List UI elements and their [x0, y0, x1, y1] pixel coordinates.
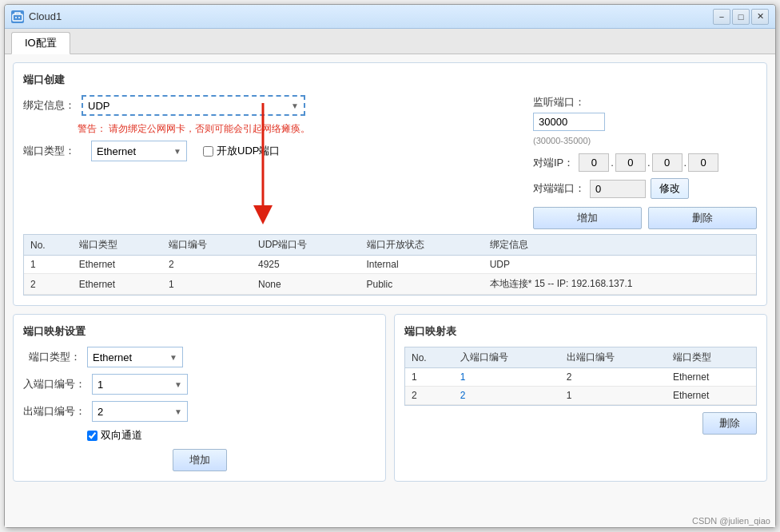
- port-type-row: 端口类型： Ethernet ▼ 开放UDP端口: [23, 141, 517, 161]
- port-type-arrow: ▼: [173, 147, 181, 156]
- svg-rect-0: [13, 14, 22, 21]
- col-port-num: 端口编号: [162, 235, 252, 256]
- svg-point-1: [15, 17, 17, 18]
- port-creation-panel: 端口创建 绑定信息： UDP ▼ 警告： 请勿绑定公网网卡，否则可能会引起网络瘫…: [13, 62, 767, 306]
- ip-part-1[interactable]: [579, 153, 609, 172]
- out-port-label: 出端口编号：: [23, 404, 86, 419]
- map-col-type: 端口类型: [667, 347, 756, 368]
- main-window: Cloud1 − □ ✕ IO配置 端口创建 绑定信息： UDP ▼: [4, 4, 776, 528]
- mapping-add-row: 增加: [23, 449, 376, 471]
- map-cell-out: 1: [560, 387, 667, 405]
- bind-select-arrow: ▼: [291, 101, 299, 110]
- maximize-button[interactable]: □: [732, 9, 750, 25]
- ip-part-3[interactable]: [652, 153, 682, 172]
- mapping-add-button[interactable]: 增加: [173, 449, 227, 471]
- bind-label: 绑定信息：: [23, 98, 75, 113]
- open-udp-checkbox[interactable]: [203, 146, 213, 157]
- port-creation-title: 端口创建: [23, 73, 757, 87]
- in-port-label: 入端口编号：: [23, 377, 86, 391]
- col-udp-port: UDP端口号: [252, 235, 360, 256]
- delete-button[interactable]: 删除: [648, 207, 757, 229]
- map-cell-type: Ethernet: [667, 387, 756, 405]
- minimize-button[interactable]: −: [713, 9, 730, 25]
- port-mapping-table-panel: 端口映射表 No. 入端口编号 出端口编号 端口类型 1: [394, 314, 767, 482]
- cell-bind: 本地连接* 15 -- IP: 192.168.137.1: [484, 274, 756, 295]
- title-controls: − □ ✕: [713, 9, 769, 25]
- col-bind: 绑定信息: [484, 235, 756, 256]
- bind-info-row: 绑定信息： UDP ▼: [23, 95, 517, 116]
- svg-point-2: [18, 17, 20, 18]
- mapping-delete-button[interactable]: 删除: [702, 412, 757, 435]
- title-bar-left: Cloud1: [11, 10, 62, 23]
- listen-port-row: 监听端口：: [533, 95, 757, 109]
- bottom-panels: 端口映射设置 端口类型： Ethernet ▼ 入端口编号： 1 ▼: [13, 314, 767, 482]
- open-udp-label: 开放UDP端口: [217, 144, 280, 158]
- cell-status: Internal: [360, 256, 484, 274]
- mapping-type-label: 端口类型：: [23, 350, 81, 364]
- out-port-value: 2: [98, 406, 103, 418]
- app-icon: [11, 10, 24, 23]
- map-cell-out: 2: [560, 368, 667, 387]
- peer-port-row: 对端端口： 修改: [533, 178, 757, 199]
- port-table: No. 端口类型 端口编号 UDP端口号 端口开放状态 绑定信息 1 Ether…: [24, 235, 756, 295]
- mapping-type-select[interactable]: Ethernet ▼: [87, 347, 183, 367]
- bind-select-value: UDP: [88, 100, 109, 112]
- cell-type: Ethernet: [73, 256, 162, 274]
- table-row[interactable]: 1 1 2 Ethernet: [405, 368, 756, 387]
- cell-port-num: 1: [162, 274, 252, 295]
- map-col-no: No.: [405, 347, 454, 368]
- tab-io-config[interactable]: IO配置: [11, 32, 70, 54]
- cell-bind: UDP: [484, 256, 756, 274]
- cell-no: 2: [24, 274, 73, 295]
- in-port-select[interactable]: 1 ▼: [92, 374, 188, 395]
- bidirectional-checkbox[interactable]: [87, 431, 98, 441]
- main-content: 端口创建 绑定信息： UDP ▼ 警告： 请勿绑定公网网卡，否则可能会引起网络瘫…: [5, 54, 775, 527]
- peer-ip-row: 对端IP： . . .: [533, 153, 757, 172]
- tabs-bar: IO配置: [5, 29, 775, 54]
- modify-button[interactable]: 修改: [651, 178, 689, 199]
- out-port-row: 出端口编号： 2 ▼: [23, 401, 376, 422]
- table-row[interactable]: 2 2 1 Ethernet: [405, 387, 756, 405]
- port-type-value: Ethernet: [97, 145, 136, 157]
- in-port-value: 1: [98, 379, 103, 391]
- left-form: 绑定信息： UDP ▼ 警告： 请勿绑定公网网卡，否则可能会引起网络瘫痪。 端口…: [23, 95, 517, 229]
- col-status: 端口开放状态: [360, 235, 484, 256]
- map-cell-in: 1: [454, 368, 560, 387]
- cell-port-num: 2: [162, 256, 252, 274]
- cell-udp-port: 4925: [252, 256, 360, 274]
- bidirectional-label: 双向通道: [101, 428, 142, 443]
- map-cell-type: Ethernet: [667, 368, 756, 387]
- bind-select[interactable]: UDP ▼: [82, 95, 305, 116]
- ip-part-2[interactable]: [615, 153, 646, 172]
- map-cell-no: 1: [405, 368, 454, 387]
- port-type-label: 端口类型：: [23, 144, 75, 158]
- mapping-type-value: Ethernet: [93, 351, 132, 363]
- mapping-table: No. 入端口编号 出端口编号 端口类型 1 1 2 Ethernet 2 2 …: [405, 347, 756, 405]
- add-button[interactable]: 增加: [533, 207, 642, 229]
- table-row[interactable]: 2 Ethernet 1 None Public 本地连接* 15 -- IP:…: [24, 274, 756, 295]
- open-udp-checkbox-label[interactable]: 开放UDP端口: [203, 144, 280, 158]
- map-cell-no: 2: [405, 387, 454, 405]
- mapping-table-title: 端口映射表: [404, 324, 757, 339]
- col-no: No.: [24, 235, 73, 256]
- peer-ip-label: 对端IP：: [533, 156, 574, 170]
- peer-port-input[interactable]: [590, 180, 646, 198]
- table-row[interactable]: 1 Ethernet 2 4925 Internal UDP: [24, 256, 756, 274]
- listen-port-input[interactable]: [533, 113, 605, 131]
- watermark: CSDN @julien_qiao: [692, 516, 770, 526]
- window-title: Cloud1: [29, 10, 62, 22]
- mapping-type-row: 端口类型： Ethernet ▼: [23, 347, 376, 367]
- title-bar: Cloud1 − □ ✕: [5, 5, 775, 29]
- in-port-row: 入端口编号： 1 ▼: [23, 374, 376, 395]
- map-col-out: 出端口编号: [560, 347, 667, 368]
- map-cell-in: 2: [454, 387, 560, 405]
- map-col-in: 入端口编号: [454, 347, 560, 368]
- port-type-select[interactable]: Ethernet ▼: [91, 141, 187, 161]
- ip-part-4[interactable]: [688, 153, 718, 172]
- out-port-select[interactable]: 2 ▼: [92, 401, 188, 422]
- warning-text: 警告： 请勿绑定公网网卡，否则可能会引起网络瘫痪。: [78, 122, 517, 136]
- peer-ip-field: . . .: [579, 153, 718, 172]
- cell-udp-port: None: [252, 274, 360, 295]
- cell-status: Public: [360, 274, 484, 295]
- close-button[interactable]: ✕: [751, 9, 769, 25]
